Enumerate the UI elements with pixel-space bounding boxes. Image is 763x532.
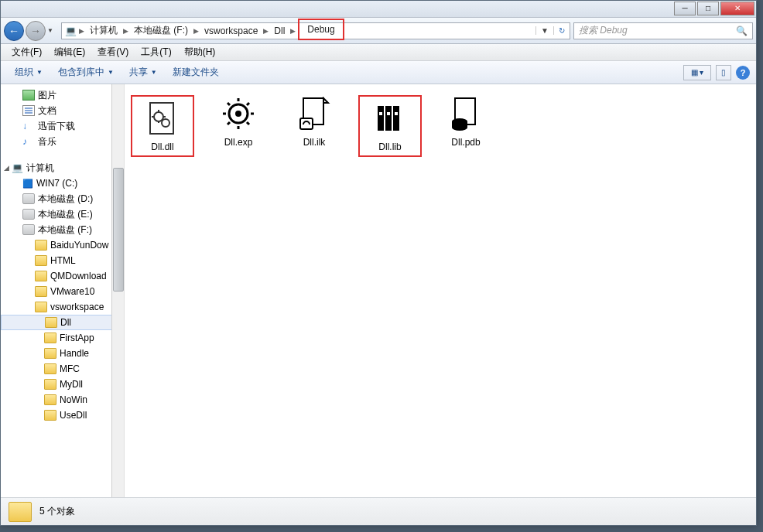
sidebar-folder[interactable]: NoWin	[1, 392, 112, 408]
sidebar-folder-vsworkspace[interactable]: vsworkspace	[1, 299, 112, 315]
refresh-button[interactable]: ↻	[553, 26, 570, 35]
svg-point-4	[235, 111, 241, 117]
minimize-button[interactable]: ─	[674, 2, 696, 15]
chevron-right-icon: ▶	[191, 27, 201, 35]
sidebar-drive-d[interactable]: 本地磁盘 (D:)	[1, 191, 112, 206]
chevron-right-icon: ▶	[288, 27, 298, 35]
svg-rect-9	[393, 106, 399, 131]
file-dll-exp[interactable]: Dll.exp	[207, 95, 270, 148]
share-button[interactable]: 共享▼	[121, 66, 165, 79]
file-dll-lib[interactable]: Dll.lib	[358, 95, 422, 157]
history-dropdown[interactable]: ▼	[47, 27, 56, 34]
sidebar-drive-f[interactable]: 本地磁盘 (F:)	[1, 222, 112, 237]
sidebar-folder[interactable]: MyDll	[1, 377, 112, 392]
menu-help[interactable]: 帮助(H)	[178, 46, 222, 59]
svg-point-16	[452, 124, 467, 131]
status-text: 5 个对象	[39, 505, 75, 518]
svg-rect-12	[395, 112, 398, 115]
titlebar[interactable]: ─ □ ✕	[1, 1, 756, 18]
chevron-right-icon: ▶	[121, 27, 131, 35]
exp-file-icon	[220, 95, 257, 132]
address-bar[interactable]: 💻 ▶ 计算机 ▶ 本地磁盘 (F:) ▶ vsworkspace ▶ Dll …	[61, 22, 570, 39]
breadcrumb-item[interactable]: 本地磁盘 (F:)	[131, 23, 191, 39]
status-bar: 5 个对象	[1, 497, 756, 525]
sidebar-folder[interactable]: BaiduYunDow	[1, 237, 112, 253]
menu-file[interactable]: 文件(F)	[5, 46, 48, 59]
svg-rect-7	[378, 106, 384, 131]
menu-view[interactable]: 查看(V)	[91, 46, 135, 59]
ilk-file-icon	[296, 95, 333, 132]
menu-tools[interactable]: 工具(T)	[135, 46, 177, 59]
explorer-window: ─ □ ✕ ← → ▼ 💻 ▶ 计算机 ▶ 本地磁盘 (F:) ▶ vswork…	[0, 0, 757, 526]
file-dll-pdb[interactable]: Dll.pdb	[434, 95, 498, 148]
svg-rect-8	[385, 106, 392, 131]
address-dropdown[interactable]: ▼	[535, 26, 553, 35]
svg-rect-11	[387, 112, 390, 115]
file-dll-dll[interactable]: Dll.dll	[131, 95, 194, 157]
lib-file-icon	[371, 100, 409, 137]
sidebar-folder[interactable]: VMware10	[1, 284, 112, 299]
sidebar-scrollbar[interactable]	[111, 84, 124, 497]
menu-edit[interactable]: 编辑(E)	[48, 46, 91, 59]
search-input[interactable]: 搜索 Debug 🔍	[573, 22, 753, 39]
dll-file-icon	[144, 100, 181, 137]
close-button[interactable]: ✕	[720, 2, 754, 15]
sidebar-folder[interactable]: Handle	[1, 346, 112, 361]
file-label: Dll.exp	[224, 137, 253, 148]
nav-bar: ← → ▼ 💻 ▶ 计算机 ▶ 本地磁盘 (F:) ▶ vsworkspace …	[1, 18, 756, 44]
svg-rect-6	[300, 118, 313, 129]
pdb-file-icon	[447, 95, 484, 132]
sidebar-library-documents[interactable]: 文档	[1, 103, 112, 118]
folder-icon	[9, 502, 32, 522]
preview-pane-button[interactable]: ▯	[716, 65, 731, 80]
file-label: Dll.pdb	[451, 137, 480, 148]
sidebar-drive-c[interactable]: 🟦WIN7 (C:)	[1, 176, 112, 191]
sidebar-drive-e[interactable]: 本地磁盘 (E:)	[1, 206, 112, 222]
navigation-pane: 图片 文档 迅雷下载 音乐 ◢💻计算机 🟦WIN7 (C:) 本地磁盘 (D:)…	[1, 84, 125, 497]
sidebar-folder[interactable]: HTML	[1, 253, 112, 268]
include-library-button[interactable]: 包含到库中▼	[50, 66, 121, 79]
sidebar-folder[interactable]: MFC	[1, 361, 112, 377]
file-list[interactable]: Dll.dll Dll.exp Dll.ilk Dll.lib	[125, 84, 756, 497]
breadcrumb-current[interactable]: Debug	[298, 19, 344, 40]
breadcrumb-item[interactable]: 计算机	[87, 23, 121, 39]
back-button[interactable]: ←	[4, 21, 24, 41]
search-placeholder: 搜索 Debug	[579, 24, 628, 37]
sidebar-folder[interactable]: FirstApp	[1, 330, 112, 346]
new-folder-button[interactable]: 新建文件夹	[165, 66, 227, 79]
command-bar: 组织▼ 包含到库中▼ 共享▼ 新建文件夹 ▦ ▾ ▯ ?	[1, 61, 756, 84]
breadcrumb-item[interactable]: vsworkspace	[201, 23, 261, 39]
forward-button[interactable]: →	[26, 21, 46, 41]
file-label: Dll.dll	[151, 142, 173, 152]
sidebar-computer[interactable]: ◢💻计算机	[1, 160, 112, 176]
svg-rect-10	[379, 112, 382, 115]
file-label: Dll.lib	[378, 142, 401, 152]
sidebar-folder-dll[interactable]: Dll	[1, 315, 112, 330]
organize-button[interactable]: 组织▼	[7, 66, 50, 79]
computer-icon: 💻	[65, 26, 77, 36]
maximize-button[interactable]: □	[697, 2, 719, 15]
search-icon[interactable]: 🔍	[736, 26, 748, 36]
file-dll-ilk[interactable]: Dll.ilk	[282, 95, 346, 148]
chevron-right-icon: ▶	[261, 27, 271, 35]
breadcrumb-item[interactable]: Dll	[271, 23, 288, 39]
sidebar-folder[interactable]: UseDll	[1, 408, 112, 423]
help-button[interactable]: ?	[736, 66, 750, 80]
sidebar-library-downloads[interactable]: 迅雷下载	[1, 118, 112, 134]
sidebar-library-pictures[interactable]: 图片	[1, 87, 112, 103]
sidebar-library-music[interactable]: 音乐	[1, 134, 112, 149]
sidebar-folder[interactable]: QMDownload	[1, 268, 112, 284]
chevron-right-icon: ▶	[77, 27, 87, 35]
menu-bar: 文件(F) 编辑(E) 查看(V) 工具(T) 帮助(H)	[1, 44, 756, 61]
scrollbar-thumb[interactable]	[113, 168, 124, 292]
view-options-button[interactable]: ▦ ▾	[683, 65, 711, 80]
file-label: Dll.ilk	[303, 137, 326, 148]
